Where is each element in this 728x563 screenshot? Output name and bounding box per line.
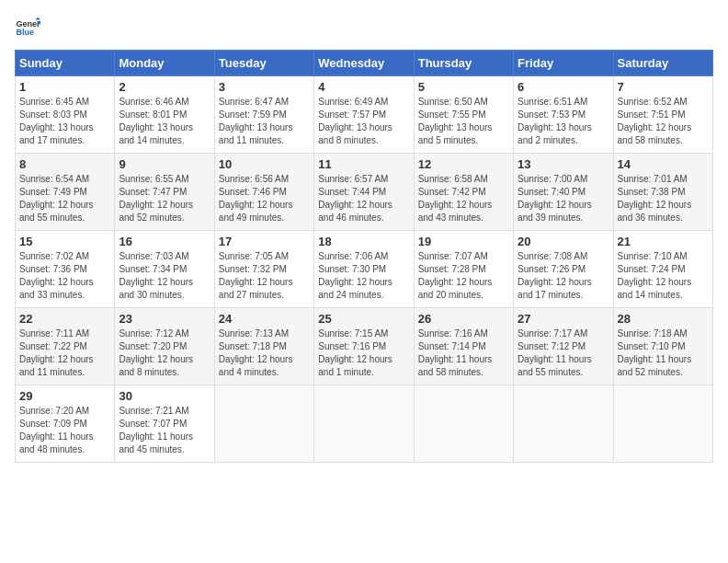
- weekday-header-thursday: Thursday: [414, 51, 513, 76]
- day-number: 27: [518, 312, 609, 326]
- day-number: 28: [618, 312, 709, 326]
- day-detail: Sunrise: 7:02 AM Sunset: 7:36 PM Dayligh…: [19, 250, 110, 302]
- svg-text:Blue: Blue: [16, 28, 34, 37]
- day-detail: Sunrise: 7:16 AM Sunset: 7:14 PM Dayligh…: [418, 327, 509, 379]
- day-detail: Sunrise: 7:12 AM Sunset: 7:20 PM Dayligh…: [119, 327, 210, 379]
- day-number: 29: [19, 389, 110, 403]
- day-detail: Sunrise: 6:52 AM Sunset: 7:51 PM Dayligh…: [618, 96, 709, 147]
- day-number: 22: [19, 312, 110, 326]
- day-detail: Sunrise: 6:58 AM Sunset: 7:42 PM Dayligh…: [418, 173, 509, 224]
- weekday-header-tuesday: Tuesday: [214, 51, 313, 76]
- day-detail: Sunrise: 7:17 AM Sunset: 7:12 PM Dayligh…: [518, 327, 609, 379]
- calendar-cell: 10Sunrise: 6:56 AM Sunset: 7:46 PM Dayli…: [214, 154, 313, 231]
- day-number: 1: [19, 80, 110, 94]
- day-detail: Sunrise: 6:55 AM Sunset: 7:47 PM Dayligh…: [119, 173, 210, 224]
- day-detail: Sunrise: 7:18 AM Sunset: 7:10 PM Dayligh…: [618, 327, 709, 379]
- day-detail: Sunrise: 6:47 AM Sunset: 7:59 PM Dayligh…: [219, 96, 310, 147]
- calendar-cell: 7Sunrise: 6:52 AM Sunset: 7:51 PM Daylig…: [613, 76, 712, 154]
- weekday-header-sunday: Sunday: [16, 51, 115, 76]
- weekday-header-monday: Monday: [115, 51, 214, 76]
- calendar-cell: 17Sunrise: 7:05 AM Sunset: 7:32 PM Dayli…: [214, 231, 313, 308]
- day-detail: Sunrise: 7:01 AM Sunset: 7:38 PM Dayligh…: [618, 173, 709, 224]
- calendar-cell: 20Sunrise: 7:08 AM Sunset: 7:26 PM Dayli…: [514, 231, 613, 308]
- day-number: 12: [418, 157, 509, 171]
- logo: General Blue: [15, 15, 40, 40]
- calendar-cell: 15Sunrise: 7:02 AM Sunset: 7:36 PM Dayli…: [16, 231, 115, 308]
- calendar-cell: 2Sunrise: 6:46 AM Sunset: 8:01 PM Daylig…: [115, 76, 214, 154]
- day-detail: Sunrise: 6:57 AM Sunset: 7:44 PM Dayligh…: [318, 173, 409, 224]
- calendar-cell: 4Sunrise: 6:49 AM Sunset: 7:57 PM Daylig…: [314, 76, 414, 154]
- calendar-table: SundayMondayTuesdayWednesdayThursdayFrid…: [15, 50, 713, 463]
- calendar-cell: [414, 385, 513, 463]
- calendar-cell: 29Sunrise: 7:20 AM Sunset: 7:09 PM Dayli…: [16, 385, 115, 463]
- calendar-cell: 26Sunrise: 7:16 AM Sunset: 7:14 PM Dayli…: [414, 308, 513, 385]
- calendar-cell: 12Sunrise: 6:58 AM Sunset: 7:42 PM Dayli…: [414, 154, 513, 231]
- calendar-cell: 3Sunrise: 6:47 AM Sunset: 7:59 PM Daylig…: [214, 76, 313, 154]
- calendar-cell: 22Sunrise: 7:11 AM Sunset: 7:22 PM Dayli…: [16, 308, 115, 385]
- calendar-cell: 6Sunrise: 6:51 AM Sunset: 7:53 PM Daylig…: [514, 76, 613, 154]
- weekday-header-wednesday: Wednesday: [314, 51, 414, 76]
- calendar-cell: 18Sunrise: 7:06 AM Sunset: 7:30 PM Dayli…: [314, 231, 414, 308]
- calendar-cell: 24Sunrise: 7:13 AM Sunset: 7:18 PM Dayli…: [214, 308, 313, 385]
- calendar-cell: [214, 385, 313, 463]
- day-detail: Sunrise: 7:05 AM Sunset: 7:32 PM Dayligh…: [219, 250, 310, 302]
- calendar-cell: 9Sunrise: 6:55 AM Sunset: 7:47 PM Daylig…: [115, 154, 214, 231]
- day-number: 24: [219, 312, 310, 326]
- calendar-cell: 8Sunrise: 6:54 AM Sunset: 7:49 PM Daylig…: [16, 154, 115, 231]
- day-number: 15: [19, 235, 110, 248]
- calendar-cell: [514, 385, 613, 463]
- day-number: 13: [518, 157, 609, 171]
- calendar-cell: 16Sunrise: 7:03 AM Sunset: 7:34 PM Dayli…: [115, 231, 214, 308]
- day-detail: Sunrise: 7:20 AM Sunset: 7:09 PM Dayligh…: [19, 405, 110, 456]
- calendar-cell: [613, 385, 712, 463]
- day-detail: Sunrise: 7:21 AM Sunset: 7:07 PM Dayligh…: [119, 405, 210, 456]
- day-detail: Sunrise: 7:08 AM Sunset: 7:26 PM Dayligh…: [518, 250, 609, 302]
- weekday-header-saturday: Saturday: [613, 51, 712, 76]
- calendar-cell: 19Sunrise: 7:07 AM Sunset: 7:28 PM Dayli…: [414, 231, 513, 308]
- day-detail: Sunrise: 6:45 AM Sunset: 8:03 PM Dayligh…: [19, 96, 110, 147]
- day-number: 20: [518, 235, 609, 248]
- day-number: 18: [318, 235, 409, 248]
- day-number: 2: [119, 80, 210, 94]
- day-detail: Sunrise: 6:46 AM Sunset: 8:01 PM Dayligh…: [119, 96, 210, 147]
- day-number: 8: [19, 157, 110, 171]
- calendar-cell: 30Sunrise: 7:21 AM Sunset: 7:07 PM Dayli…: [115, 385, 214, 463]
- calendar-cell: 5Sunrise: 6:50 AM Sunset: 7:55 PM Daylig…: [414, 76, 513, 154]
- day-number: 4: [318, 80, 409, 94]
- day-detail: Sunrise: 6:51 AM Sunset: 7:53 PM Dayligh…: [518, 96, 609, 147]
- calendar-cell: 1Sunrise: 6:45 AM Sunset: 8:03 PM Daylig…: [16, 76, 115, 154]
- calendar-cell: 25Sunrise: 7:15 AM Sunset: 7:16 PM Dayli…: [314, 308, 414, 385]
- day-number: 17: [219, 235, 310, 248]
- calendar-cell: 23Sunrise: 7:12 AM Sunset: 7:20 PM Dayli…: [115, 308, 214, 385]
- logo-icon: General Blue: [15, 15, 40, 40]
- day-detail: Sunrise: 7:13 AM Sunset: 7:18 PM Dayligh…: [219, 327, 310, 379]
- day-detail: Sunrise: 6:49 AM Sunset: 7:57 PM Dayligh…: [318, 96, 409, 147]
- calendar-cell: 28Sunrise: 7:18 AM Sunset: 7:10 PM Dayli…: [613, 308, 712, 385]
- day-number: 19: [418, 235, 509, 248]
- page-header: General Blue: [15, 15, 713, 40]
- day-detail: Sunrise: 7:15 AM Sunset: 7:16 PM Dayligh…: [318, 327, 409, 379]
- day-number: 6: [518, 80, 609, 94]
- day-detail: Sunrise: 7:11 AM Sunset: 7:22 PM Dayligh…: [19, 327, 110, 379]
- calendar-cell: 14Sunrise: 7:01 AM Sunset: 7:38 PM Dayli…: [613, 154, 712, 231]
- weekday-header-friday: Friday: [514, 51, 613, 76]
- day-detail: Sunrise: 7:07 AM Sunset: 7:28 PM Dayligh…: [418, 250, 509, 302]
- day-number: 26: [418, 312, 509, 326]
- day-detail: Sunrise: 7:06 AM Sunset: 7:30 PM Dayligh…: [318, 250, 409, 302]
- day-number: 21: [618, 235, 709, 248]
- day-detail: Sunrise: 7:10 AM Sunset: 7:24 PM Dayligh…: [618, 250, 709, 302]
- svg-text:General: General: [16, 19, 40, 29]
- day-number: 25: [318, 312, 409, 326]
- calendar-cell: 27Sunrise: 7:17 AM Sunset: 7:12 PM Dayli…: [514, 308, 613, 385]
- day-number: 5: [418, 80, 509, 94]
- day-number: 11: [318, 157, 409, 171]
- day-number: 16: [119, 235, 210, 248]
- day-number: 7: [618, 80, 709, 94]
- day-number: 30: [119, 389, 210, 403]
- calendar-cell: 21Sunrise: 7:10 AM Sunset: 7:24 PM Dayli…: [613, 231, 712, 308]
- day-detail: Sunrise: 7:00 AM Sunset: 7:40 PM Dayligh…: [518, 173, 609, 224]
- day-number: 9: [119, 157, 210, 171]
- day-detail: Sunrise: 6:50 AM Sunset: 7:55 PM Dayligh…: [418, 96, 509, 147]
- calendar-cell: 11Sunrise: 6:57 AM Sunset: 7:44 PM Dayli…: [314, 154, 414, 231]
- day-detail: Sunrise: 7:03 AM Sunset: 7:34 PM Dayligh…: [119, 250, 210, 302]
